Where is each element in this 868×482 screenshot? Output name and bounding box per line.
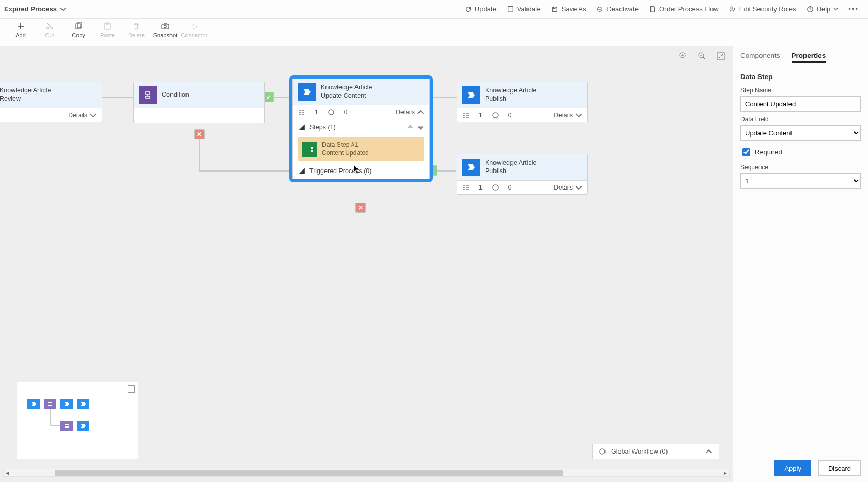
- fit-to-screen-icon[interactable]: [716, 52, 725, 61]
- tab-properties[interactable]: Properties: [792, 52, 826, 63]
- svg-point-5: [47, 27, 49, 29]
- cut-button[interactable]: Cut: [35, 22, 64, 38]
- chevron-down-icon: [575, 112, 582, 119]
- workflow-count-icon: [328, 108, 335, 116]
- collapse-icon: [298, 123, 305, 131]
- paste-button[interactable]: Paste: [93, 22, 122, 38]
- designer-canvas[interactable]: ✓ ✕ ✓ ✕ Knowledge ArticleReview 0 Detail…: [0, 46, 733, 482]
- move-down-icon[interactable]: [417, 123, 424, 131]
- minimap-node: [27, 399, 40, 409]
- minimap-node: [60, 399, 73, 409]
- tab-components[interactable]: Components: [740, 52, 780, 63]
- toolbar-ribbon: Add Cut Copy Paste Delete Snapshot Conne…: [0, 19, 868, 46]
- security-icon: [729, 6, 736, 13]
- properties-panel: Components Properties Data Step Step Nam…: [733, 46, 868, 482]
- scrollbar-thumb[interactable]: [55, 470, 563, 476]
- data-step-icon: [302, 142, 317, 157]
- delete-button[interactable]: Delete: [122, 22, 151, 38]
- snapshot-button[interactable]: Snapshot: [151, 22, 180, 38]
- scroll-right-arrow[interactable]: ►: [722, 469, 729, 476]
- workflow-count-icon: [492, 112, 499, 119]
- zoom-in-icon[interactable]: [679, 52, 688, 61]
- chevron-up-icon: [705, 448, 712, 455]
- chevron-down-icon: [575, 184, 582, 191]
- stage-title: Knowledge ArticlePublish: [485, 159, 536, 175]
- more-actions[interactable]: •••: [843, 3, 864, 15]
- order-flow-action[interactable]: Order Process Flow: [644, 3, 724, 15]
- condition-icon: [139, 86, 157, 104]
- steps-count: 1: [315, 108, 318, 116]
- minimap-node: [44, 399, 56, 409]
- data-field-select[interactable]: Update Content: [740, 125, 861, 141]
- stage-icon: [462, 86, 480, 104]
- paste-label: Paste: [100, 32, 115, 38]
- add-button[interactable]: Add: [6, 22, 35, 38]
- triggered-header-row[interactable]: Triggered Process (0): [293, 163, 429, 179]
- copy-icon: [74, 22, 83, 31]
- workflow-count: 0: [508, 184, 512, 191]
- svg-rect-20: [48, 402, 52, 403]
- edit-security-action[interactable]: Edit Security Roles: [724, 3, 801, 15]
- global-workflow-bar[interactable]: Global Workflow (0): [592, 444, 719, 459]
- connector-button[interactable]: Connector: [180, 22, 209, 38]
- required-checkbox[interactable]: [742, 148, 750, 156]
- order-flow-label: Order Process Flow: [659, 5, 719, 13]
- stage-title: Condition: [162, 91, 189, 99]
- svg-point-19: [493, 185, 498, 190]
- step-name-input[interactable]: [740, 96, 861, 112]
- discard-button[interactable]: Discard: [818, 460, 861, 476]
- save-as-action[interactable]: Save As: [546, 3, 592, 15]
- zoom-out-icon[interactable]: [698, 52, 707, 61]
- apply-button[interactable]: Apply: [774, 460, 811, 476]
- branch-yes-icon[interactable]: ✓: [264, 92, 274, 102]
- svg-point-17: [329, 110, 334, 115]
- details-toggle[interactable]: Details: [554, 184, 582, 191]
- update-action[interactable]: Update: [459, 3, 502, 15]
- minimap-node: [77, 421, 89, 431]
- document-icon: [649, 6, 656, 13]
- save-as-label: Save As: [562, 5, 586, 13]
- help-action[interactable]: Help: [801, 3, 844, 15]
- panel-section-title: Data Step: [740, 73, 861, 81]
- required-label: Required: [755, 148, 782, 156]
- snapshot-label: Snapshot: [153, 32, 177, 38]
- process-title[interactable]: Expired Process: [4, 5, 66, 13]
- sequence-label: Sequence: [740, 164, 861, 171]
- stage-update-content[interactable]: Knowledge ArticleUpdate Content 1 0 Deta…: [292, 79, 430, 179]
- save-icon: [551, 6, 559, 13]
- details-toggle[interactable]: Details: [554, 112, 582, 119]
- minimap[interactable]: [17, 382, 138, 459]
- validate-action[interactable]: Validate: [502, 3, 546, 15]
- minimap-fit-icon[interactable]: [128, 385, 135, 393]
- chevron-down-icon: [833, 7, 838, 11]
- steps-header-row[interactable]: Steps (1): [293, 119, 429, 135]
- validate-label: Validate: [517, 5, 541, 13]
- steps-count-icon: [462, 184, 470, 191]
- branch-no-icon[interactable]: ✕: [355, 203, 366, 213]
- help-icon: [807, 6, 814, 13]
- horizontal-scrollbar[interactable]: ◄ ►: [3, 469, 730, 477]
- stage-publish-2[interactable]: Knowledge ArticlePublish 1 0 Details: [457, 154, 588, 195]
- paste-icon: [103, 22, 112, 31]
- workflow-icon: [599, 448, 606, 455]
- data-step-item[interactable]: Data Step #1Content Updated: [298, 137, 424, 161]
- stage-review[interactable]: Knowledge ArticleReview 0 Details: [0, 82, 102, 122]
- svg-rect-22: [65, 424, 69, 425]
- branch-no-icon[interactable]: ✕: [194, 129, 205, 139]
- scroll-left-arrow[interactable]: ◄: [4, 469, 11, 476]
- work-area: ✓ ✕ ✓ ✕ Knowledge ArticleReview 0 Detail…: [0, 46, 868, 482]
- camera-icon: [161, 22, 170, 31]
- svg-rect-23: [65, 426, 69, 428]
- details-toggle[interactable]: Details: [396, 108, 424, 116]
- chevron-down-icon: [60, 6, 66, 12]
- copy-button[interactable]: Copy: [64, 22, 93, 38]
- stage-condition[interactable]: Condition: [133, 82, 265, 123]
- minimap-node: [77, 399, 89, 409]
- clipboard-icon: [507, 6, 514, 13]
- deactivate-action[interactable]: Deactivate: [591, 3, 643, 15]
- details-toggle[interactable]: Details: [68, 112, 97, 119]
- step-name-label: Step Name: [740, 87, 861, 94]
- sequence-select[interactable]: 1: [740, 173, 861, 189]
- stage-publish-1[interactable]: Knowledge ArticlePublish 1 0 Details: [457, 82, 588, 122]
- move-up-icon[interactable]: [407, 123, 414, 131]
